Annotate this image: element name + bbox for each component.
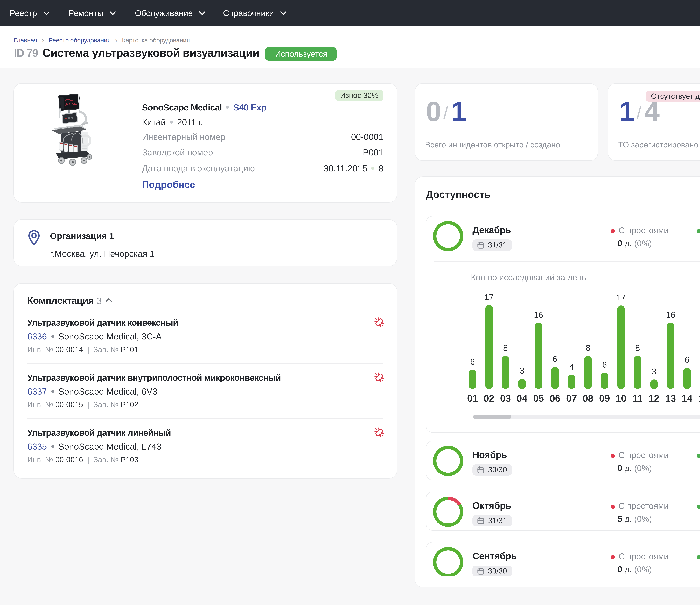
svg-text:06: 06 — [550, 393, 560, 404]
svg-text:3: 3 — [652, 367, 656, 376]
svg-text:4: 4 — [569, 362, 574, 371]
svg-text:6: 6 — [602, 360, 607, 369]
svg-text:17: 17 — [617, 293, 626, 302]
svg-text:10: 10 — [616, 393, 626, 404]
svg-text:6: 6 — [685, 355, 690, 364]
svg-text:09: 09 — [599, 393, 610, 404]
svg-text:6: 6 — [470, 357, 475, 366]
svg-text:16: 16 — [534, 310, 543, 319]
svg-text:11: 11 — [632, 393, 643, 404]
svg-text:12: 12 — [649, 393, 659, 404]
svg-text:03: 03 — [500, 393, 511, 404]
svg-text:3: 3 — [520, 366, 524, 375]
svg-text:17: 17 — [484, 292, 494, 302]
svg-text:14: 14 — [682, 393, 693, 404]
svg-text:6: 6 — [553, 354, 557, 364]
svg-text:15: 15 — [698, 393, 700, 404]
svg-text:04: 04 — [517, 393, 527, 404]
svg-text:08: 08 — [583, 393, 594, 404]
svg-text:8: 8 — [635, 343, 640, 353]
svg-text:13: 13 — [665, 393, 676, 404]
svg-text:02: 02 — [484, 393, 495, 404]
svg-text:8: 8 — [503, 343, 508, 353]
svg-text:16: 16 — [666, 310, 675, 319]
svg-text:07: 07 — [566, 393, 577, 404]
svg-text:8: 8 — [586, 343, 591, 353]
svg-text:05: 05 — [533, 393, 544, 404]
svg-text:01: 01 — [467, 393, 478, 404]
